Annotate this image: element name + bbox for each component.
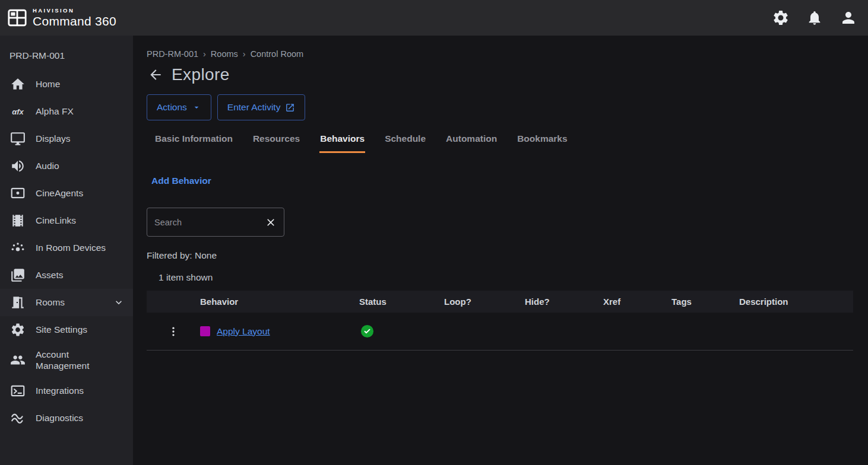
in-room-devices-icon bbox=[9, 240, 26, 256]
enter-activity-button-label: Enter Activity bbox=[227, 102, 281, 113]
actions-button[interactable]: Actions bbox=[147, 94, 211, 120]
breadcrumb: PRD-RM-001 › Rooms › Control Room bbox=[147, 49, 853, 59]
sidebar-item-account-management[interactable]: Account Management bbox=[0, 343, 133, 377]
chevron-down-icon[interactable] bbox=[113, 297, 125, 308]
column-header-tags: Tags bbox=[671, 291, 739, 313]
sidebar-item-label: Home bbox=[36, 78, 60, 90]
add-behavior-link[interactable]: Add Behavior bbox=[147, 176, 211, 186]
tab-resources[interactable]: Resources bbox=[252, 130, 300, 153]
cineagents-icon bbox=[9, 186, 26, 201]
enter-activity-button[interactable]: Enter Activity bbox=[217, 94, 306, 120]
actions-button-label: Actions bbox=[157, 102, 187, 113]
sidebar-item-label: In Room Devices bbox=[36, 242, 106, 253]
row-menu-kebab-icon[interactable] bbox=[165, 323, 182, 340]
site-settings-icon bbox=[9, 322, 26, 337]
page-title: Explore bbox=[172, 65, 230, 84]
sidebar-item-cinelinks[interactable]: CineLinks bbox=[0, 207, 133, 234]
sidebar-item-label: Rooms bbox=[36, 297, 65, 308]
sidebar-item-assets[interactable]: Assets bbox=[0, 262, 133, 289]
sidebar-item-label: Alpha FX bbox=[36, 106, 74, 117]
sidebar-item-label: Account Management bbox=[36, 349, 125, 372]
behaviors-table: Behavior Status Loop? Hide? Xref Tags De… bbox=[147, 291, 853, 351]
breadcrumb-current: Control Room bbox=[251, 49, 303, 59]
filtered-by-text: Filtered by: None bbox=[147, 250, 853, 261]
sidebar-item-in-room-devices[interactable]: In Room Devices bbox=[0, 234, 133, 262]
sidebar-item-site-settings[interactable]: Site Settings bbox=[0, 316, 133, 343]
rooms-icon bbox=[9, 295, 26, 310]
top-bar: HAIVISION Command 360 bbox=[0, 0, 868, 36]
account-management-icon bbox=[9, 352, 26, 368]
integrations-icon bbox=[9, 383, 26, 399]
back-arrow-icon[interactable] bbox=[147, 67, 163, 82]
column-header-description: Description bbox=[739, 291, 853, 313]
column-header-xref: Xref bbox=[603, 291, 671, 313]
kebab-column-header bbox=[147, 291, 200, 313]
breadcrumb-separator: › bbox=[243, 49, 246, 59]
diagnostics-icon bbox=[9, 410, 26, 426]
tab-basic-information[interactable]: Basic Information bbox=[154, 130, 233, 153]
breadcrumb-room-link[interactable]: PRD-RM-001 bbox=[147, 49, 198, 59]
alpha-fx-icon: αfx bbox=[9, 107, 26, 116]
sidebar-item-audio[interactable]: Audio bbox=[0, 152, 133, 180]
settings-gear-icon[interactable] bbox=[772, 9, 790, 27]
items-shown-count: 1 item shown bbox=[147, 272, 853, 283]
caret-down-icon bbox=[192, 103, 201, 112]
search-box bbox=[147, 208, 284, 237]
sidebar-item-label: CineAgents bbox=[36, 187, 83, 199]
sidebar-item-label: Audio bbox=[36, 160, 59, 171]
column-header-status: Status bbox=[359, 291, 444, 313]
sidebar-item-diagnostics[interactable]: Diagnostics bbox=[0, 405, 133, 432]
sidebar-item-displays[interactable]: Displays bbox=[0, 125, 133, 152]
sidebar-item-home[interactable]: Home bbox=[0, 71, 133, 98]
app-title: Command 360 bbox=[33, 14, 116, 28]
column-header-loop: Loop? bbox=[444, 291, 525, 313]
sidebar-item-rooms[interactable]: Rooms bbox=[0, 289, 133, 316]
main-content: PRD-RM-001 › Rooms › Control Room Explor… bbox=[133, 36, 868, 465]
sidebar-item-label: Assets bbox=[36, 269, 64, 281]
table-row: Apply Layout bbox=[147, 313, 853, 351]
clear-search-icon[interactable] bbox=[265, 216, 277, 228]
tab-bar: Basic Information Resources Behaviors Sc… bbox=[147, 130, 853, 153]
sidebar-item-cineagents[interactable]: CineAgents bbox=[0, 180, 133, 207]
haivision-logo-icon bbox=[7, 8, 27, 28]
cinelinks-icon bbox=[9, 213, 26, 228]
sidebar-item-integrations[interactable]: Integrations bbox=[0, 377, 133, 405]
sidebar-item-label: Integrations bbox=[36, 385, 84, 396]
status-enabled-check-icon bbox=[360, 324, 374, 338]
column-header-behavior: Behavior bbox=[200, 291, 359, 313]
breadcrumb-rooms-link[interactable]: Rooms bbox=[211, 49, 238, 59]
tab-automation[interactable]: Automation bbox=[445, 130, 498, 153]
tab-schedule[interactable]: Schedule bbox=[384, 130, 426, 153]
breadcrumb-separator: › bbox=[203, 49, 206, 59]
user-profile-icon[interactable] bbox=[840, 9, 857, 27]
audio-icon bbox=[9, 158, 26, 174]
sidebar-item-label: Displays bbox=[36, 133, 71, 144]
search-input[interactable] bbox=[154, 218, 260, 227]
notifications-bell-icon[interactable] bbox=[806, 9, 823, 26]
behavior-link[interactable]: Apply Layout bbox=[217, 326, 270, 337]
sidebar-item-alpha-fx[interactable]: αfx Alpha FX bbox=[0, 98, 133, 125]
home-icon bbox=[9, 77, 26, 92]
haivision-logo[interactable]: HAIVISION Command 360 bbox=[7, 8, 116, 28]
sidebar-item-label: Site Settings bbox=[36, 324, 87, 335]
sidebar: PRD-RM-001 Home αfx Alpha FX Displays Au… bbox=[0, 36, 133, 465]
column-header-hide: Hide? bbox=[525, 291, 603, 313]
tab-behaviors[interactable]: Behaviors bbox=[319, 130, 365, 153]
sidebar-item-label: Diagnostics bbox=[36, 412, 83, 423]
sidebar-room-label: PRD-RM-001 bbox=[0, 36, 133, 71]
displays-icon bbox=[9, 131, 26, 146]
behavior-color-swatch bbox=[200, 326, 210, 336]
external-link-icon bbox=[285, 103, 295, 113]
table-header-row: Behavior Status Loop? Hide? Xref Tags De… bbox=[147, 291, 853, 313]
sidebar-item-label: CineLinks bbox=[36, 215, 76, 226]
assets-icon bbox=[9, 267, 26, 283]
tab-bookmarks[interactable]: Bookmarks bbox=[517, 130, 568, 153]
brand-wordmark: HAIVISION bbox=[33, 8, 116, 14]
